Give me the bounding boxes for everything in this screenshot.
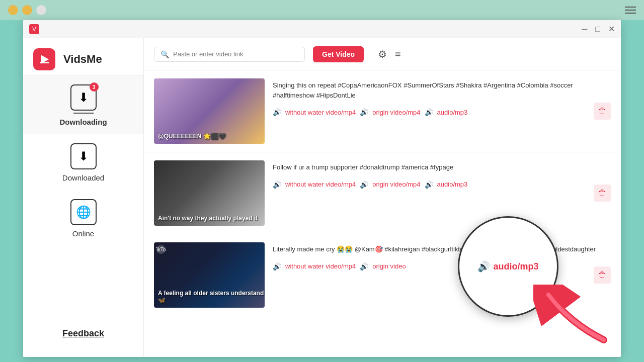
app-icon-letter: V [32, 26, 36, 33]
format-btn-nowatermark-2[interactable]: without water video/mp4 [285, 180, 356, 188]
magnifier-text: audio/mp3 [493, 261, 538, 272]
settings-icon[interactable]: ⚙ [378, 48, 387, 60]
app-title: VidsMe [63, 53, 102, 66]
window-chrome: V ─ □ ✕ [23, 20, 621, 38]
downloading-label: Downloading [59, 118, 107, 126]
video-title-1: Singing this on repeat #CopaAmericaonFOX… [273, 80, 611, 100]
tiktok-icon: TikTok [156, 244, 166, 254]
downloading-badge: 3 [90, 82, 99, 92]
menu-line-2 [625, 10, 636, 11]
close-button[interactable]: ✕ [608, 25, 615, 33]
video-title-3: Literally made me cry 😭😭 @Kam🎯 #kilahrei… [273, 244, 611, 254]
video-formats-3: 🔊 without water video/mp4 🔊 origin video [273, 262, 611, 270]
app-logo [33, 48, 55, 70]
sidebar-item-downloaded[interactable]: ⬇ Downloaded [23, 134, 143, 190]
window-controls: ─ □ ✕ [582, 25, 615, 33]
thumb-overlay-2: Ain't no way they actually played it [158, 215, 258, 222]
format-btn-nowatermark-3[interactable]: without water video/mp4 [285, 262, 356, 270]
logo-svg [37, 52, 52, 67]
thumb-overlay-1: @QUEEEEEEN 🌟⬛🖤 [158, 133, 226, 140]
video-thumb-3: TikTok A feeling all older sisters under… [154, 242, 265, 308]
arrow-svg [533, 285, 614, 345]
search-icon: 🔍 [160, 50, 169, 58]
trash-icon-3: 🗑 [598, 270, 606, 280]
speaker-icon-2b: 🔊 [360, 180, 368, 189]
svg-rect-2 [40, 62, 49, 63]
search-header: 🔍 Get Video ⚙ ≡ [144, 38, 621, 70]
menu-line-3 [625, 13, 636, 14]
svg-text:TikTok: TikTok [156, 247, 166, 252]
format-btn-nowatermark-1[interactable]: without water video/mp4 [285, 109, 356, 116]
app-icon-small: V [29, 24, 39, 34]
search-box[interactable]: 🔍 [154, 47, 305, 62]
downloaded-icon-box: ⬇ [70, 143, 97, 169]
delete-button-2[interactable]: 🗑 [594, 185, 611, 202]
format-btn-audio-1[interactable]: audio/mp3 [437, 109, 468, 116]
format-btn-origin-1[interactable]: origin video/mp4 [372, 109, 420, 116]
downloaded-label: Downloaded [62, 173, 104, 182]
dot-close[interactable] [36, 5, 46, 15]
trash-icon-2: 🗑 [598, 189, 606, 198]
speaker-icon-2a: 🔊 [273, 180, 281, 189]
trash-icon-1: 🗑 [598, 107, 606, 116]
menu-icon[interactable]: ≡ [395, 48, 401, 60]
magnifier-speaker-icon: 🔊 [477, 260, 490, 273]
menu-line-1 [625, 7, 636, 8]
online-label: Online [72, 229, 94, 238]
window-dots [8, 5, 46, 15]
downloading-divider [73, 113, 94, 114]
magnifier-content: 🔊 audio/mp3 [477, 260, 538, 273]
video-formats-1: 🔊 without water video/mp4 🔊 origin video… [273, 108, 611, 116]
speaker-icon-1c: 🔊 [425, 108, 433, 116]
header-icons: ⚙ ≡ [378, 48, 401, 60]
dot-maximize[interactable] [22, 5, 32, 15]
download-arrow-icon: ⬇ [78, 90, 89, 105]
video-item-2: Ain't no way they actually played it Fol… [144, 152, 621, 234]
video-info-3: Literally made me cry 😭😭 @Kam🎯 #kilahrei… [273, 242, 611, 270]
delete-button-3[interactable]: 🗑 [594, 266, 611, 284]
get-video-button[interactable]: Get Video [313, 46, 364, 62]
feedback-link[interactable]: Feedback [23, 320, 143, 347]
video-info-2: Follow if ur a trump supporter #donaldtr… [273, 160, 611, 189]
video-formats-2: 🔊 without water video/mp4 🔊 origin video… [273, 180, 611, 189]
delete-button-1[interactable]: 🗑 [594, 103, 611, 120]
format-btn-audio-2[interactable]: audio/mp3 [437, 180, 468, 188]
maximize-button[interactable]: □ [595, 25, 600, 33]
thumb-overlay-3: A feeling all older sisters understand 🦋 [158, 290, 265, 304]
speaker-icon-2c: 🔊 [425, 180, 433, 189]
format-btn-origin-2[interactable]: origin video/mp4 [372, 180, 420, 188]
online-icon-box: 🌐 [70, 199, 97, 225]
downloaded-arrow-icon: ⬇ [78, 149, 89, 163]
minimize-button[interactable]: ─ [582, 25, 587, 33]
speaker-icon-3b: 🔊 [360, 262, 368, 270]
title-bar-menu-icon[interactable] [625, 7, 636, 14]
sidebar: VidsMe ⬇ 3 Downloading ⬇ Downloaded [23, 38, 144, 357]
speaker-icon-1b: 🔊 [360, 108, 368, 116]
globe-icon: 🌐 [76, 205, 91, 219]
downloading-icon-box: ⬇ 3 [70, 84, 97, 111]
video-thumb-2: Ain't no way they actually played it [154, 160, 265, 226]
app-header: VidsMe [23, 43, 143, 75]
format-btn-origin-3[interactable]: origin video [372, 262, 406, 270]
search-input[interactable] [173, 50, 298, 58]
sidebar-item-online[interactable]: 🌐 Online [23, 190, 143, 246]
sidebar-item-downloading[interactable]: ⬇ 3 Downloading [23, 75, 143, 134]
speaker-icon-3a: 🔊 [273, 262, 281, 270]
title-bar [0, 0, 644, 20]
video-title-2: Follow if ur a trump supporter #donaldtr… [273, 162, 611, 172]
speaker-icon-1a: 🔊 [273, 108, 281, 116]
dot-minimize[interactable] [8, 5, 18, 15]
video-thumb-1: @QUEEEEEEN 🌟⬛🖤 [154, 78, 265, 144]
video-info-1: Singing this on repeat #CopaAmericaonFOX… [273, 78, 611, 116]
video-item-1: @QUEEEEEEN 🌟⬛🖤 Singing this on repeat #C… [144, 70, 621, 152]
arrow-overlay [533, 285, 614, 347]
